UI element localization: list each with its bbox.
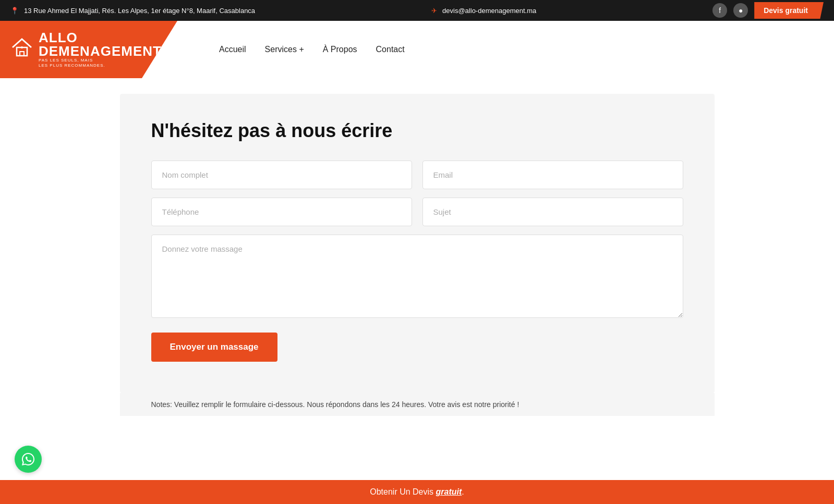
nav-apropos[interactable]: À Propos bbox=[323, 45, 357, 54]
devis-top-button[interactable]: Devis gratuit bbox=[754, 2, 824, 19]
logo-title: ALLO DEMENAGEMENT bbox=[39, 31, 162, 58]
facebook-icon[interactable]: f bbox=[712, 3, 727, 18]
bottom-cta-text-after: . bbox=[462, 487, 464, 496]
nom-input[interactable] bbox=[151, 161, 412, 189]
bottom-cta-bar: Obtenir Un Devis gratuit. bbox=[0, 480, 834, 504]
logo[interactable]: ALLO DEMENAGEMENT PAS LES SEULS, MAIS LE… bbox=[10, 31, 162, 69]
form-row-1 bbox=[151, 161, 683, 189]
nav-services[interactable]: Services + bbox=[265, 45, 304, 54]
sujet-input[interactable] bbox=[422, 198, 683, 226]
bottom-cta-text-before: Obtenir Un Devis bbox=[370, 487, 436, 496]
form-row-2 bbox=[151, 198, 683, 226]
email-input[interactable] bbox=[422, 161, 683, 189]
nav-contact[interactable]: Contact bbox=[376, 45, 405, 54]
pin-icon: 📍 bbox=[10, 7, 19, 15]
top-bar-right: f ● Devis gratuit bbox=[712, 2, 824, 19]
notes-section: Notes: Veuillez remplir le formulaire ci… bbox=[120, 393, 715, 416]
nav-accueil[interactable]: Accueil bbox=[219, 45, 246, 54]
submit-button[interactable]: Envoyer un massage bbox=[151, 333, 277, 362]
logo-subtitle: PAS LES SEULS, MAIS LES PLUS RECOMMANDES… bbox=[39, 58, 162, 69]
instagram-icon[interactable]: ● bbox=[733, 3, 748, 18]
email-text: devis@allo-demenagement.ma bbox=[442, 7, 536, 15]
form-title: N'hésitez pas à nous écrire bbox=[151, 120, 683, 142]
top-bar-address: 📍 13 Rue Ahmed El Majjati, Rés. Les Alpe… bbox=[10, 7, 255, 15]
logo-house-icon bbox=[10, 36, 33, 64]
main-nav: Accueil Services + À Propos Contact bbox=[177, 45, 834, 54]
top-bar: 📍 13 Rue Ahmed El Majjati, Rés. Les Alpe… bbox=[0, 0, 834, 21]
email-icon: ✈ bbox=[431, 7, 437, 15]
logo-text: ALLO DEMENAGEMENT PAS LES SEULS, MAIS LE… bbox=[39, 31, 162, 69]
bottom-cta-link[interactable]: gratuit bbox=[436, 487, 462, 496]
logo-area: ALLO DEMENAGEMENT PAS LES SEULS, MAIS LE… bbox=[0, 21, 177, 78]
notes-text: Notes: Veuillez remplir le formulaire ci… bbox=[151, 400, 519, 409]
contact-form: Envoyer un massage bbox=[151, 161, 683, 362]
address-text: 13 Rue Ahmed El Majjati, Rés. Les Alpes,… bbox=[24, 7, 255, 15]
message-textarea[interactable] bbox=[151, 235, 683, 318]
header: ALLO DEMENAGEMENT PAS LES SEULS, MAIS LE… bbox=[0, 21, 834, 78]
telephone-input[interactable] bbox=[151, 198, 412, 226]
contact-form-section: N'hésitez pas à nous écrire Envoyer un m… bbox=[120, 94, 715, 393]
svg-point-2 bbox=[21, 46, 23, 48]
whatsapp-button[interactable] bbox=[15, 446, 42, 473]
top-bar-email: ✈ devis@allo-demenagement.ma bbox=[431, 7, 536, 15]
